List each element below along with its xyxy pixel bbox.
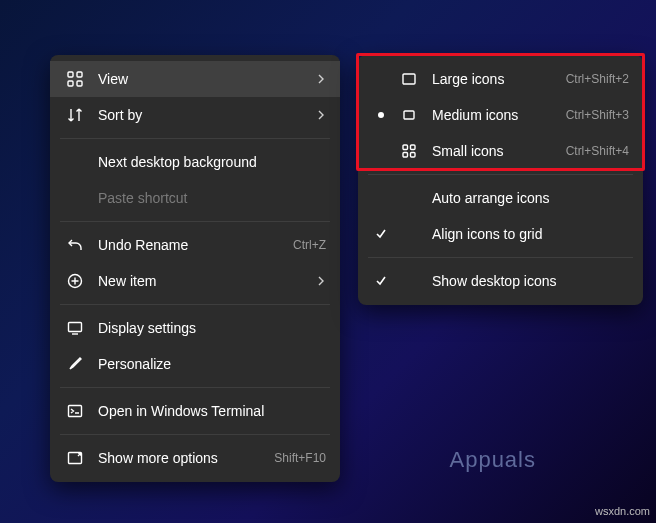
menu-item-show-more-options[interactable]: Show more options Shift+F10 [50,440,340,476]
menu-item-label: Next desktop background [98,154,326,170]
radio-indicator-selected [372,111,390,119]
menu-item-label: Personalize [98,356,326,372]
svg-rect-1 [77,72,82,77]
menu-item-personalize[interactable]: Personalize [50,346,340,382]
submenu-item-large-icons[interactable]: Large icons Ctrl+Shift+2 [358,61,643,97]
menu-separator [60,304,330,305]
menu-item-label: Open in Windows Terminal [98,403,326,419]
svg-rect-11 [403,145,408,150]
more-options-icon [64,450,86,466]
submenu-item-align-to-grid[interactable]: Align icons to grid [358,216,643,252]
menu-item-display-settings[interactable]: Display settings [50,310,340,346]
svg-rect-0 [68,72,73,77]
menu-item-label: Small icons [432,143,556,159]
check-indicator-checked [372,275,390,287]
menu-item-open-terminal[interactable]: Open in Windows Terminal [50,393,340,429]
medium-rect-icon [398,107,420,123]
menu-item-label: Paste shortcut [98,190,326,206]
menu-item-paste-shortcut: Paste shortcut [50,180,340,216]
chevron-right-icon [316,110,326,120]
submenu-item-auto-arrange[interactable]: Auto arrange icons [358,180,643,216]
small-grid-icon [398,143,420,159]
menu-item-next-background[interactable]: Next desktop background [50,144,340,180]
menu-item-undo-rename[interactable]: Undo Rename Ctrl+Z [50,227,340,263]
sort-icon [64,107,86,123]
menu-item-label: Sort by [98,107,306,123]
menu-item-shortcut: Ctrl+Shift+2 [566,72,629,86]
submenu-item-medium-icons[interactable]: Medium icons Ctrl+Shift+3 [358,97,643,133]
menu-item-label: New item [98,273,306,289]
chevron-right-icon [316,74,326,84]
submenu-item-show-desktop-icons[interactable]: Show desktop icons [358,263,643,299]
menu-item-label: Medium icons [432,107,556,123]
menu-separator [368,174,633,175]
check-indicator-checked [372,228,390,240]
menu-item-view[interactable]: View [50,61,340,97]
menu-item-shortcut: Shift+F10 [274,451,326,465]
svg-point-9 [378,112,384,118]
menu-separator [368,257,633,258]
menu-item-shortcut: Ctrl+Z [293,238,326,252]
display-icon [64,320,86,336]
menu-item-label: Align icons to grid [432,226,629,242]
chevron-right-icon [316,276,326,286]
menu-item-label: View [98,71,306,87]
svg-rect-10 [404,111,414,119]
menu-item-sort-by[interactable]: Sort by [50,97,340,133]
terminal-icon [64,403,86,419]
menu-separator [60,138,330,139]
menu-separator [60,434,330,435]
menu-separator [60,387,330,388]
menu-item-shortcut: Ctrl+Shift+3 [566,108,629,122]
plus-circle-icon [64,273,86,289]
paint-icon [64,356,86,372]
view-submenu: Large icons Ctrl+Shift+2 Medium icons Ct… [358,55,643,305]
background-logo: Appuals [449,447,536,473]
watermark-text: wsxdn.com [595,505,650,517]
desktop-context-menu: View Sort by Next desktop background Pas… [50,55,340,482]
svg-rect-8 [403,74,415,84]
grid-icon [64,71,86,87]
menu-item-label: Show more options [98,450,264,466]
menu-item-label: Auto arrange icons [432,190,629,206]
submenu-item-small-icons[interactable]: Small icons Ctrl+Shift+4 [358,133,643,169]
svg-rect-13 [403,153,408,158]
menu-item-label: Undo Rename [98,237,283,253]
svg-rect-12 [411,145,416,150]
menu-item-new[interactable]: New item [50,263,340,299]
svg-rect-14 [411,153,416,158]
menu-separator [60,221,330,222]
undo-icon [64,237,86,253]
menu-item-shortcut: Ctrl+Shift+4 [566,144,629,158]
svg-rect-5 [69,323,82,332]
svg-rect-6 [69,406,82,417]
menu-item-label: Large icons [432,71,556,87]
menu-item-label: Show desktop icons [432,273,629,289]
svg-rect-2 [68,81,73,86]
menu-item-label: Display settings [98,320,326,336]
large-rect-icon [398,71,420,87]
svg-rect-3 [77,81,82,86]
